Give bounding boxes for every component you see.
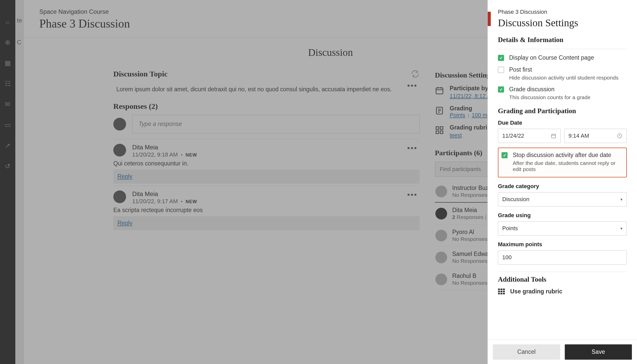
svg-rect-13	[503, 291, 505, 292]
max-points-value: 100	[502, 254, 512, 261]
settings-breadcrumb: Phase 3 Discussion	[498, 9, 627, 15]
svg-rect-14	[498, 293, 500, 294]
grade-discussion-checkbox[interactable]	[498, 86, 504, 93]
discussion-settings-panel: Phase 3 Discussion Discussion Settings D…	[487, 0, 637, 364]
svg-rect-10	[503, 289, 505, 290]
grade-discussion-sublabel: This discussion counts for a grade	[509, 94, 591, 100]
due-date-input[interactable]: 11/24/22	[498, 129, 561, 143]
grading-section-heading: Grading and Participation	[498, 107, 627, 115]
post-first-label: Post first	[509, 66, 618, 73]
modal-scrim[interactable]	[0, 0, 487, 364]
stop-activity-label: Stop discussion activity after due date	[513, 152, 623, 159]
due-date-value: 11/24/22	[502, 133, 524, 139]
save-button[interactable]: Save	[565, 344, 632, 360]
cancel-button[interactable]: Cancel	[493, 344, 560, 360]
svg-rect-8	[498, 289, 500, 290]
grade-using-value: Points	[502, 225, 518, 232]
grade-category-value: Discussion	[502, 196, 529, 203]
grade-category-select[interactable]: Discussion	[498, 192, 627, 206]
grade-using-label: Grade using	[498, 212, 627, 219]
due-time-input[interactable]: 9:14 AM	[564, 129, 627, 143]
stop-activity-checkbox[interactable]	[501, 152, 508, 158]
display-on-page-checkbox[interactable]	[498, 55, 504, 61]
svg-rect-11	[498, 291, 500, 292]
grade-discussion-label: Grade discussion	[509, 86, 591, 93]
post-first-sublabel: Hide discussion activity until student r…	[509, 75, 618, 81]
clock-icon	[617, 133, 622, 139]
grade-using-select[interactable]: Points	[498, 221, 627, 236]
stop-activity-highlight: Stop discussion activity after due date …	[498, 148, 627, 177]
settings-footer: Cancel Save	[488, 340, 637, 364]
svg-rect-16	[503, 293, 505, 294]
max-points-label: Maximum points	[498, 241, 627, 248]
close-button[interactable]	[487, 12, 491, 26]
grade-category-label: Grade category	[498, 183, 627, 190]
svg-rect-6	[551, 134, 556, 138]
use-rubric-label[interactable]: Use grading rubric	[510, 288, 562, 295]
max-points-input[interactable]: 100	[498, 250, 627, 265]
additional-tools-heading: Additional Tools	[498, 276, 627, 283]
svg-rect-9	[500, 289, 502, 290]
due-date-label: Due Date	[498, 120, 627, 126]
svg-rect-15	[500, 293, 502, 294]
calendar-icon	[551, 133, 556, 139]
rubric-grid-icon	[498, 289, 506, 295]
due-time-value: 9:14 AM	[569, 133, 589, 139]
details-section-heading: Details & Information	[498, 36, 627, 44]
post-first-checkbox[interactable]	[498, 67, 504, 73]
display-on-page-label: Display on Course Content page	[509, 54, 594, 61]
svg-rect-12	[500, 291, 502, 292]
stop-activity-sublabel: After the due date, students cannot repl…	[513, 160, 623, 172]
settings-title: Discussion Settings	[498, 17, 627, 29]
